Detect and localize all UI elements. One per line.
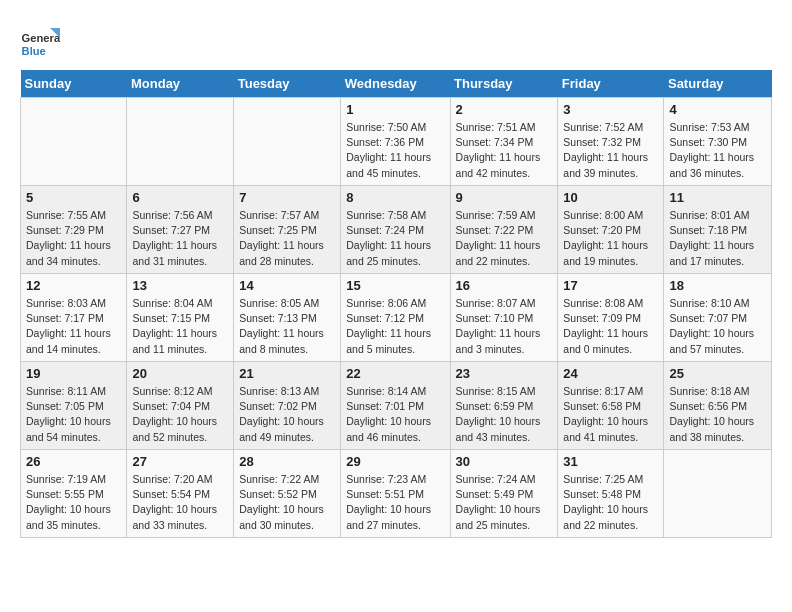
- day-info: Sunrise: 7:51 AM Sunset: 7:34 PM Dayligh…: [456, 120, 553, 181]
- day-info: Sunrise: 8:17 AM Sunset: 6:58 PM Dayligh…: [563, 384, 658, 445]
- logo: General Blue: [20, 20, 64, 60]
- day-info: Sunrise: 8:14 AM Sunset: 7:01 PM Dayligh…: [346, 384, 444, 445]
- day-info: Sunrise: 7:50 AM Sunset: 7:36 PM Dayligh…: [346, 120, 444, 181]
- calendar-cell: 8Sunrise: 7:58 AM Sunset: 7:24 PM Daylig…: [341, 186, 450, 274]
- day-info: Sunrise: 7:19 AM Sunset: 5:55 PM Dayligh…: [26, 472, 121, 533]
- calendar-week-row: 5Sunrise: 7:55 AM Sunset: 7:29 PM Daylig…: [21, 186, 772, 274]
- day-info: Sunrise: 7:55 AM Sunset: 7:29 PM Dayligh…: [26, 208, 121, 269]
- calendar-week-row: 1Sunrise: 7:50 AM Sunset: 7:36 PM Daylig…: [21, 98, 772, 186]
- day-number: 4: [669, 102, 766, 117]
- calendar-cell: 16Sunrise: 8:07 AM Sunset: 7:10 PM Dayli…: [450, 274, 558, 362]
- day-info: Sunrise: 8:15 AM Sunset: 6:59 PM Dayligh…: [456, 384, 553, 445]
- calendar-cell: [664, 450, 772, 538]
- calendar-cell: 20Sunrise: 8:12 AM Sunset: 7:04 PM Dayli…: [127, 362, 234, 450]
- calendar-cell: 10Sunrise: 8:00 AM Sunset: 7:20 PM Dayli…: [558, 186, 664, 274]
- calendar-cell: 1Sunrise: 7:50 AM Sunset: 7:36 PM Daylig…: [341, 98, 450, 186]
- calendar-cell: 12Sunrise: 8:03 AM Sunset: 7:17 PM Dayli…: [21, 274, 127, 362]
- calendar-cell: 29Sunrise: 7:23 AM Sunset: 5:51 PM Dayli…: [341, 450, 450, 538]
- day-number: 17: [563, 278, 658, 293]
- calendar-cell: 30Sunrise: 7:24 AM Sunset: 5:49 PM Dayli…: [450, 450, 558, 538]
- day-number: 11: [669, 190, 766, 205]
- day-info: Sunrise: 8:03 AM Sunset: 7:17 PM Dayligh…: [26, 296, 121, 357]
- weekday-header: Saturday: [664, 70, 772, 98]
- day-number: 14: [239, 278, 335, 293]
- day-number: 16: [456, 278, 553, 293]
- day-number: 18: [669, 278, 766, 293]
- day-number: 26: [26, 454, 121, 469]
- calendar-cell: 11Sunrise: 8:01 AM Sunset: 7:18 PM Dayli…: [664, 186, 772, 274]
- day-number: 8: [346, 190, 444, 205]
- day-number: 23: [456, 366, 553, 381]
- calendar-cell: 19Sunrise: 8:11 AM Sunset: 7:05 PM Dayli…: [21, 362, 127, 450]
- day-info: Sunrise: 8:11 AM Sunset: 7:05 PM Dayligh…: [26, 384, 121, 445]
- day-number: 30: [456, 454, 553, 469]
- calendar-cell: 26Sunrise: 7:19 AM Sunset: 5:55 PM Dayli…: [21, 450, 127, 538]
- calendar-cell: 31Sunrise: 7:25 AM Sunset: 5:48 PM Dayli…: [558, 450, 664, 538]
- logo-icon: General Blue: [20, 20, 60, 60]
- day-number: 9: [456, 190, 553, 205]
- weekday-header: Thursday: [450, 70, 558, 98]
- day-info: Sunrise: 7:53 AM Sunset: 7:30 PM Dayligh…: [669, 120, 766, 181]
- day-number: 5: [26, 190, 121, 205]
- day-number: 24: [563, 366, 658, 381]
- calendar-cell: 17Sunrise: 8:08 AM Sunset: 7:09 PM Dayli…: [558, 274, 664, 362]
- day-info: Sunrise: 8:00 AM Sunset: 7:20 PM Dayligh…: [563, 208, 658, 269]
- calendar-cell: 21Sunrise: 8:13 AM Sunset: 7:02 PM Dayli…: [234, 362, 341, 450]
- day-info: Sunrise: 8:12 AM Sunset: 7:04 PM Dayligh…: [132, 384, 228, 445]
- page-header: General Blue: [20, 20, 772, 60]
- day-number: 13: [132, 278, 228, 293]
- calendar-cell: [234, 98, 341, 186]
- calendar-cell: 28Sunrise: 7:22 AM Sunset: 5:52 PM Dayli…: [234, 450, 341, 538]
- svg-text:Blue: Blue: [22, 45, 46, 57]
- weekday-header-row: SundayMondayTuesdayWednesdayThursdayFrid…: [21, 70, 772, 98]
- day-info: Sunrise: 8:10 AM Sunset: 7:07 PM Dayligh…: [669, 296, 766, 357]
- day-number: 28: [239, 454, 335, 469]
- calendar-week-row: 12Sunrise: 8:03 AM Sunset: 7:17 PM Dayli…: [21, 274, 772, 362]
- weekday-header: Tuesday: [234, 70, 341, 98]
- day-info: Sunrise: 8:13 AM Sunset: 7:02 PM Dayligh…: [239, 384, 335, 445]
- calendar-cell: 9Sunrise: 7:59 AM Sunset: 7:22 PM Daylig…: [450, 186, 558, 274]
- day-number: 10: [563, 190, 658, 205]
- calendar-cell: 3Sunrise: 7:52 AM Sunset: 7:32 PM Daylig…: [558, 98, 664, 186]
- calendar-cell: 25Sunrise: 8:18 AM Sunset: 6:56 PM Dayli…: [664, 362, 772, 450]
- calendar-cell: 7Sunrise: 7:57 AM Sunset: 7:25 PM Daylig…: [234, 186, 341, 274]
- calendar-table: SundayMondayTuesdayWednesdayThursdayFrid…: [20, 70, 772, 538]
- calendar-cell: 23Sunrise: 8:15 AM Sunset: 6:59 PM Dayli…: [450, 362, 558, 450]
- calendar-cell: [21, 98, 127, 186]
- calendar-cell: [127, 98, 234, 186]
- calendar-cell: 14Sunrise: 8:05 AM Sunset: 7:13 PM Dayli…: [234, 274, 341, 362]
- calendar-cell: 6Sunrise: 7:56 AM Sunset: 7:27 PM Daylig…: [127, 186, 234, 274]
- day-info: Sunrise: 7:22 AM Sunset: 5:52 PM Dayligh…: [239, 472, 335, 533]
- day-info: Sunrise: 8:05 AM Sunset: 7:13 PM Dayligh…: [239, 296, 335, 357]
- day-info: Sunrise: 8:18 AM Sunset: 6:56 PM Dayligh…: [669, 384, 766, 445]
- day-number: 20: [132, 366, 228, 381]
- day-info: Sunrise: 7:58 AM Sunset: 7:24 PM Dayligh…: [346, 208, 444, 269]
- day-info: Sunrise: 8:06 AM Sunset: 7:12 PM Dayligh…: [346, 296, 444, 357]
- day-info: Sunrise: 7:24 AM Sunset: 5:49 PM Dayligh…: [456, 472, 553, 533]
- svg-text:General: General: [22, 32, 60, 44]
- day-number: 7: [239, 190, 335, 205]
- weekday-header: Sunday: [21, 70, 127, 98]
- calendar-cell: 24Sunrise: 8:17 AM Sunset: 6:58 PM Dayli…: [558, 362, 664, 450]
- day-info: Sunrise: 7:25 AM Sunset: 5:48 PM Dayligh…: [563, 472, 658, 533]
- day-number: 27: [132, 454, 228, 469]
- calendar-cell: 15Sunrise: 8:06 AM Sunset: 7:12 PM Dayli…: [341, 274, 450, 362]
- day-info: Sunrise: 7:52 AM Sunset: 7:32 PM Dayligh…: [563, 120, 658, 181]
- day-info: Sunrise: 8:01 AM Sunset: 7:18 PM Dayligh…: [669, 208, 766, 269]
- day-info: Sunrise: 7:23 AM Sunset: 5:51 PM Dayligh…: [346, 472, 444, 533]
- calendar-cell: 2Sunrise: 7:51 AM Sunset: 7:34 PM Daylig…: [450, 98, 558, 186]
- day-number: 12: [26, 278, 121, 293]
- day-number: 21: [239, 366, 335, 381]
- weekday-header: Wednesday: [341, 70, 450, 98]
- day-number: 3: [563, 102, 658, 117]
- day-number: 2: [456, 102, 553, 117]
- day-number: 29: [346, 454, 444, 469]
- day-number: 25: [669, 366, 766, 381]
- day-info: Sunrise: 7:59 AM Sunset: 7:22 PM Dayligh…: [456, 208, 553, 269]
- calendar-week-row: 26Sunrise: 7:19 AM Sunset: 5:55 PM Dayli…: [21, 450, 772, 538]
- calendar-cell: 27Sunrise: 7:20 AM Sunset: 5:54 PM Dayli…: [127, 450, 234, 538]
- weekday-header: Monday: [127, 70, 234, 98]
- weekday-header: Friday: [558, 70, 664, 98]
- day-number: 1: [346, 102, 444, 117]
- day-info: Sunrise: 8:07 AM Sunset: 7:10 PM Dayligh…: [456, 296, 553, 357]
